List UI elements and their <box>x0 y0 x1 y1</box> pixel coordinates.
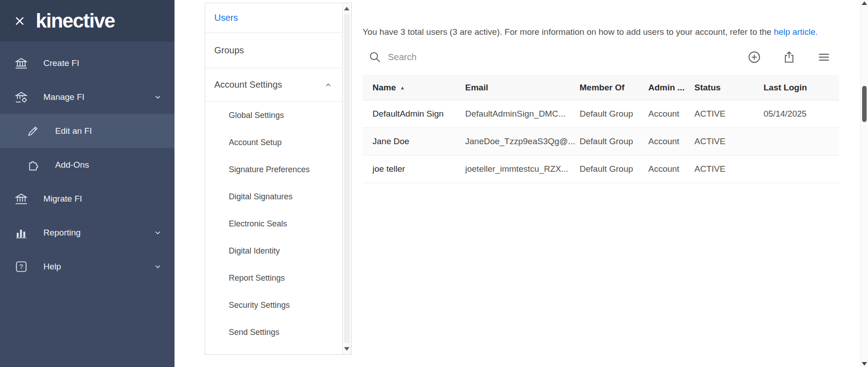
panel-item-digital-identity[interactable]: Digital Identity <box>205 237 342 264</box>
panel-item-label: Groups <box>214 45 244 56</box>
panel-item-send-settings[interactable]: Send Settings <box>205 319 342 346</box>
user-member-of: Default Group <box>580 109 648 119</box>
search-input[interactable] <box>388 52 578 62</box>
user-last-login: 05/14/2025 <box>764 109 839 119</box>
panel-sub-item-label: Security Settings <box>229 301 290 310</box>
panel-item-account-setup[interactable]: Account Setup <box>205 129 342 156</box>
panel-sub-item-label: Global Settings <box>229 111 284 120</box>
close-icon[interactable] <box>14 15 26 27</box>
panel-item-electronic-seals[interactable]: Electronic Seals <box>205 210 342 237</box>
sidebar-item-label: Migrate FI <box>43 194 82 204</box>
column-header-status[interactable]: Status <box>694 83 764 93</box>
panel-sub-item-label: Digital Identity <box>229 246 280 256</box>
panel-item-global-settings[interactable]: Global Settings <box>205 102 342 129</box>
users-summary-body: You have 3 total users (3 are active). F… <box>363 27 774 37</box>
help-article-link[interactable]: help article. <box>774 27 818 37</box>
sidebar-item-manage-fi[interactable]: Manage FI <box>0 80 175 114</box>
column-header-email[interactable]: Email <box>465 83 580 93</box>
sidebar: kinective Create FI <box>0 0 175 367</box>
panel-sub-item-label: Report Settings <box>229 273 285 283</box>
panel-scrollbar-thumb[interactable] <box>344 14 349 343</box>
chevron-down-icon[interactable] <box>153 228 163 238</box>
scroll-down-icon[interactable] <box>344 347 349 351</box>
bank-gear-icon <box>14 90 28 104</box>
user-name: joe teller <box>363 164 465 174</box>
bank-arrow-icon <box>14 192 28 206</box>
kinective-logo: kinective <box>36 11 115 31</box>
table-row[interactable]: DefaultAdmin Sign DefaultAdminSign_DMC..… <box>363 100 839 128</box>
export-icon[interactable] <box>782 50 796 64</box>
svg-text:?: ? <box>19 263 23 270</box>
scroll-down-icon[interactable] <box>862 362 867 366</box>
sidebar-item-edit-an-fi[interactable]: Edit an FI <box>0 114 175 148</box>
user-admin: Account <box>648 136 694 146</box>
panel-item-signature-preferences[interactable]: Signature Preferences <box>205 156 342 183</box>
user-email: joeteller_immtestcu_RZX... <box>465 164 580 174</box>
sidebar-item-reporting[interactable]: Reporting <box>0 216 175 249</box>
sidebar-item-migrate-fi[interactable]: Migrate FI <box>0 182 175 216</box>
users-table: Name▲ Email Member Of Admin ... Status L… <box>363 75 839 183</box>
table-row[interactable]: Jane Doe JaneDoe_Tzzp9eaS3Qg@... Default… <box>363 128 839 155</box>
settings-panel: Users Groups Account Settings Global Set… <box>205 3 352 355</box>
sidebar-logo-header: kinective <box>0 0 175 42</box>
sort-ascending-icon[interactable]: ▲ <box>400 85 405 90</box>
sidebar-item-label: Create FI <box>43 58 79 68</box>
column-header-admin[interactable]: Admin ... <box>648 83 694 93</box>
panel-sub-item-label: Account Setup <box>229 138 282 147</box>
user-email: JaneDoe_Tzzp9eaS3Qg@... <box>465 136 580 146</box>
sidebar-item-label: Reporting <box>43 228 80 238</box>
bank-icon <box>14 56 28 70</box>
panel-scrollbar[interactable] <box>342 3 351 354</box>
column-header-name[interactable]: Name▲ <box>363 83 465 93</box>
menu-icon[interactable] <box>817 50 831 64</box>
user-name: Jane Doe <box>363 136 465 146</box>
users-toolbar <box>363 48 843 66</box>
panel-sub-item-label: Send Settings <box>229 328 279 337</box>
column-header-member-of[interactable]: Member Of <box>580 83 648 93</box>
panel-sub-item-label: Digital Signatures <box>229 192 292 202</box>
chevron-down-icon[interactable] <box>153 262 163 272</box>
sidebar-item-label: Edit an FI <box>55 126 92 136</box>
users-summary-text: You have 3 total users (3 are active). F… <box>363 26 843 38</box>
column-header-label: Name <box>373 83 396 92</box>
page-scrollbar-thumb[interactable] <box>862 86 867 122</box>
panel-item-security-settings[interactable]: Security Settings <box>205 292 342 319</box>
add-user-icon[interactable] <box>747 50 761 64</box>
chevron-up-icon[interactable] <box>323 80 333 90</box>
panel-item-account-settings[interactable]: Account Settings <box>205 68 342 102</box>
settings-panel-list: Users Groups Account Settings Global Set… <box>205 3 342 354</box>
panel-item-label: Users <box>214 13 238 23</box>
panel-item-groups[interactable]: Groups <box>205 33 342 68</box>
panel-item-label: Account Settings <box>214 80 282 90</box>
table-row[interactable]: joe teller joeteller_immtestcu_RZX... De… <box>363 155 839 183</box>
scroll-up-icon[interactable] <box>344 7 349 10</box>
pencil-icon <box>26 124 40 138</box>
search-icon[interactable] <box>368 50 382 64</box>
panel-item-report-settings[interactable]: Report Settings <box>205 264 342 292</box>
panel-item-digital-signatures[interactable]: Digital Signatures <box>205 183 342 210</box>
user-member-of: Default Group <box>580 164 648 174</box>
puzzle-icon <box>26 158 40 172</box>
sidebar-nav: Create FI Manage FI <box>0 42 175 283</box>
scroll-up-icon[interactable] <box>862 1 867 5</box>
toolbar-actions <box>747 50 843 64</box>
user-status: ACTIVE <box>694 164 764 174</box>
page-scrollbar[interactable] <box>860 0 868 367</box>
user-admin: Account <box>648 164 694 174</box>
user-name: DefaultAdmin Sign <box>363 109 465 119</box>
user-status: ACTIVE <box>694 136 764 146</box>
sidebar-item-label: Manage FI <box>43 92 85 102</box>
panel-item-users[interactable]: Users <box>205 3 342 33</box>
sidebar-item-label: Help <box>43 262 61 272</box>
panel-sub-item-label: Signature Preferences <box>229 165 310 174</box>
sidebar-item-add-ons[interactable]: Add-Ons <box>0 148 175 182</box>
sidebar-item-label: Add-Ons <box>55 160 89 170</box>
user-member-of: Default Group <box>580 136 648 146</box>
users-content: You have 3 total users (3 are active). F… <box>363 0 843 183</box>
table-header-row: Name▲ Email Member Of Admin ... Status L… <box>363 75 839 100</box>
sidebar-item-help[interactable]: ? Help <box>0 249 175 283</box>
chevron-down-icon[interactable] <box>153 92 163 102</box>
panel-sub-item-label: Electronic Seals <box>229 219 287 229</box>
column-header-last-login[interactable]: Last Login <box>764 83 839 93</box>
sidebar-item-create-fi[interactable]: Create FI <box>0 46 175 80</box>
